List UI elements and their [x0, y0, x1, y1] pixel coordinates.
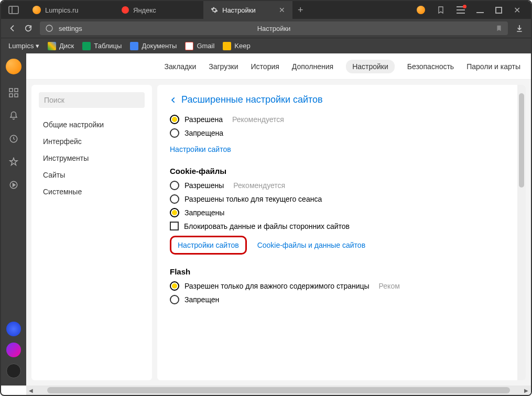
checkbox-block-thirdparty[interactable]: Блокировать данные и файлы сторонних сай…	[170, 222, 513, 230]
horizontal-scrollbar[interactable]: ◀ ▶	[26, 386, 531, 395]
search-input[interactable]: Поиск	[39, 92, 145, 108]
scroll-left-icon[interactable]: ◀	[26, 386, 36, 395]
settings-topnav: Закладки Загрузки История Дополнения Нас…	[26, 53, 531, 80]
svg-rect-4	[496, 7, 502, 13]
tab-settings[interactable]: Настройки ✕	[203, 1, 292, 19]
maximize-icon[interactable]	[495, 7, 502, 14]
docs-icon	[130, 42, 138, 50]
section-system[interactable]: Системные	[31, 183, 152, 200]
checkbox-icon	[170, 222, 179, 230]
cookies-title: Cookie-файлы	[170, 167, 513, 175]
sheets-icon	[82, 42, 91, 50]
link-cookies-site-settings[interactable]: Настройки сайтов	[178, 241, 239, 249]
menu-icon[interactable]	[457, 6, 465, 14]
bookmarks-bar: Lumpics ▾ Диск Таблицы Документы Gmail K…	[1, 38, 531, 53]
settings-page: Закладки Загрузки История Дополнения Нас…	[26, 53, 531, 386]
section-sites[interactable]: Сайты	[31, 167, 152, 183]
nav-settings[interactable]: Настройки	[346, 60, 395, 73]
vertical-scrollbar[interactable]	[517, 85, 526, 380]
bell-icon[interactable]	[9, 111, 18, 120]
bookmark-gmail[interactable]: Gmail	[185, 42, 214, 50]
messenger-icon[interactable]	[6, 322, 21, 336]
keep-icon	[223, 42, 231, 50]
nav-addons[interactable]: Дополнения	[292, 62, 333, 71]
play-icon[interactable]	[9, 180, 18, 190]
radio-icon	[170, 281, 179, 291]
new-tab-button[interactable]: +	[292, 5, 309, 16]
back-link[interactable]: Расширенные настройки сайтов	[170, 94, 513, 105]
reload-icon[interactable]	[24, 24, 32, 32]
nav-passwords[interactable]: Пароли и карты	[466, 62, 520, 71]
bookmark-disk[interactable]: Диск	[48, 42, 74, 50]
settings-panel: Расширенные настройки сайтов Разрешена Р…	[157, 85, 526, 380]
close-window-icon[interactable]: ✕	[514, 5, 520, 15]
radio-cookies-forbidden[interactable]: Запрещены	[170, 208, 513, 217]
radio-flash-forbidden[interactable]: Запрещен	[170, 295, 513, 304]
tab-favicon-icon	[122, 6, 129, 14]
link-cookies-data[interactable]: Cookie-файлы и данные сайтов	[257, 241, 365, 249]
bookmark-lumpics[interactable]: Lumpics ▾	[8, 42, 39, 50]
link-site-settings[interactable]: Настройки сайтов	[170, 145, 231, 153]
yandex-icon[interactable]	[6, 364, 21, 378]
section-interface[interactable]: Интерфейс	[31, 133, 152, 150]
bookmark-sheets[interactable]: Таблицы	[82, 42, 122, 50]
side-panel	[1, 53, 26, 386]
flash-title: Flash	[170, 267, 513, 276]
radio-forbidden[interactable]: Запрещена	[170, 128, 513, 138]
address-input[interactable]: settings Настройки	[40, 21, 508, 35]
clock-icon[interactable]	[9, 134, 18, 144]
back-icon[interactable]	[8, 24, 17, 32]
radio-allowed[interactable]: Разрешена Рекомендуется	[170, 115, 513, 124]
radio-cookies-allowed[interactable]: Разрешены Рекомендуется	[170, 181, 513, 190]
nav-bookmarks[interactable]: Закладки	[165, 62, 197, 71]
bookmark-docs[interactable]: Документы	[130, 42, 177, 50]
tab-label: Яндекс	[133, 6, 156, 14]
apps-icon[interactable]	[9, 88, 18, 97]
svg-rect-0	[457, 6, 465, 7]
drive-icon	[48, 42, 56, 50]
tab-label: Lumpics.ru	[45, 6, 79, 14]
svg-rect-2	[457, 13, 465, 14]
bookmark-outline-icon[interactable]	[437, 6, 445, 14]
settings-sidebar: Поиск Общие настройки Интерфейс Инструме…	[31, 85, 152, 380]
address-path: settings	[59, 25, 82, 32]
svg-rect-9	[15, 94, 18, 97]
close-icon[interactable]: ✕	[279, 6, 285, 14]
nav-security[interactable]: Безопасность	[407, 62, 454, 71]
tab-bar: Lumpics.ru Яндекс Настройки ✕ + ✕	[1, 1, 531, 19]
section-general[interactable]: Общие настройки	[31, 116, 152, 133]
gmail-icon	[185, 42, 193, 50]
panel-toggle-icon[interactable]	[8, 6, 19, 14]
star-icon[interactable]	[9, 157, 18, 167]
bookmark-keep[interactable]: Keep	[223, 42, 250, 50]
scroll-right-icon[interactable]: ▶	[522, 386, 531, 395]
window-controls: ✕	[417, 5, 531, 15]
radio-icon	[170, 208, 179, 217]
radio-icon	[170, 295, 179, 304]
gear-icon	[211, 6, 218, 14]
tab-yandex[interactable]: Яндекс	[114, 1, 203, 19]
tab-favicon-icon	[32, 6, 41, 14]
svg-point-5	[46, 25, 52, 31]
svg-rect-6	[9, 89, 13, 92]
nav-history[interactable]: История	[251, 62, 279, 71]
site-info-icon[interactable]	[45, 24, 53, 32]
tab-lumpics[interactable]: Lumpics.ru	[25, 1, 114, 19]
highlighted-link: Настройки сайтов	[170, 236, 247, 255]
alice-icon[interactable]	[6, 343, 21, 357]
section-tools[interactable]: Инструменты	[31, 150, 152, 167]
svg-rect-7	[15, 89, 18, 92]
radio-icon	[170, 115, 179, 124]
address-bar: settings Настройки	[1, 19, 531, 38]
nav-downloads[interactable]: Загрузки	[209, 62, 238, 71]
bookmark-icon[interactable]	[495, 25, 503, 32]
radio-icon	[170, 194, 179, 204]
minimize-icon[interactable]	[476, 6, 484, 14]
download-icon[interactable]	[515, 24, 524, 32]
profile-icon[interactable]	[417, 6, 425, 14]
radio-flash-important[interactable]: Разрешен только для важного содержимого …	[170, 281, 513, 291]
radio-icon	[170, 181, 179, 190]
svg-rect-3	[476, 12, 484, 13]
radio-cookies-session[interactable]: Разрешены только для текущего сеанса	[170, 194, 513, 204]
home-icon[interactable]	[6, 59, 21, 74]
